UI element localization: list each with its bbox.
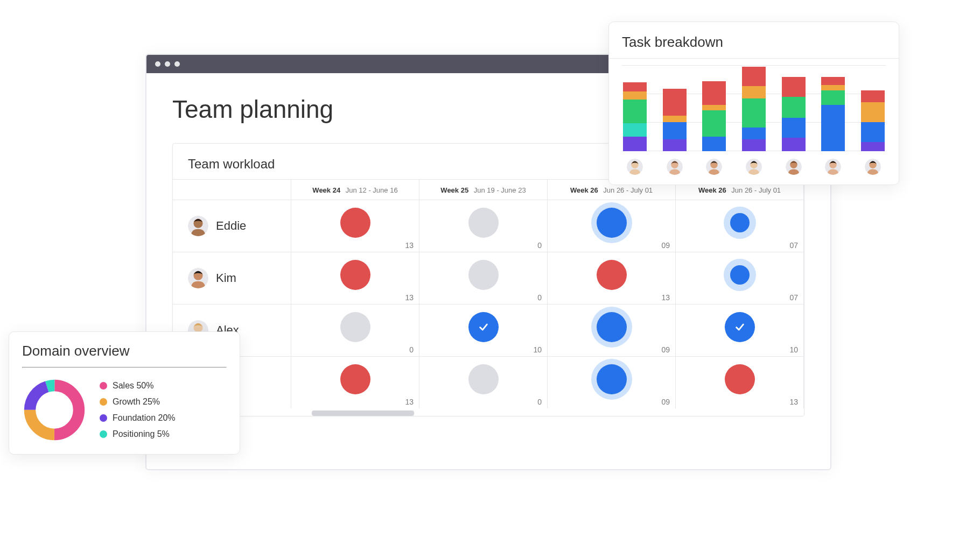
domain-overview-card: Domain overview Sales 50% Growth 25% Fou… <box>9 331 240 455</box>
avatar <box>188 216 208 236</box>
bar-segment <box>702 110 726 137</box>
bar-segment <box>623 123 647 137</box>
stacked-bar[interactable] <box>742 65 766 151</box>
bar-segment <box>742 139 766 151</box>
legend-label: Positioning 5% <box>113 429 170 439</box>
workload-cell[interactable]: 0 <box>419 356 548 408</box>
bar-segment <box>623 137 647 151</box>
bar-segment <box>702 105 726 110</box>
avatar <box>865 159 881 175</box>
legend-item[interactable]: Positioning 5% <box>100 429 176 439</box>
bar-segment <box>821 85 845 90</box>
workload-indicator <box>597 208 627 238</box>
workload-value: 0 <box>409 345 414 354</box>
bar-segment <box>861 90 885 102</box>
stacked-bar[interactable] <box>782 65 806 151</box>
workload-cell[interactable]: 07 <box>676 200 804 252</box>
task-breakdown-card: Task breakdown <box>608 22 899 185</box>
stage: Team planning Team workload Week 24 Jun … <box>0 0 980 538</box>
workload-indicator <box>468 312 499 342</box>
legend-label: Growth 25% <box>113 397 160 407</box>
workload-cell[interactable]: 0 <box>291 304 419 356</box>
workload-value: 09 <box>661 345 670 354</box>
workload-indicator <box>468 364 499 394</box>
workload-value: 13 <box>405 293 414 302</box>
stacked-bar[interactable] <box>663 65 687 151</box>
workload-value: 0 <box>537 241 542 250</box>
workload-cell[interactable]: 07 <box>676 252 804 304</box>
bar-segment <box>742 67 766 87</box>
stacked-bar[interactable] <box>702 65 726 151</box>
workload-cell[interactable]: 13 <box>548 252 676 304</box>
workload-value: 13 <box>405 398 414 406</box>
workload-value: 13 <box>789 398 798 406</box>
window-control-icon[interactable] <box>174 61 180 67</box>
week-column-head: Week 24 Jun 12 - June 16 <box>291 179 419 200</box>
workload-grid: Week 24 Jun 12 - June 16 Week 25 Jun 19 … <box>173 179 804 408</box>
workload-cell[interactable]: 0 <box>419 200 548 252</box>
workload-cell[interactable]: 13 <box>676 356 804 408</box>
domain-legend: Sales 50% Growth 25% Foundation 20% Posi… <box>100 381 176 439</box>
workload-indicator <box>340 208 370 238</box>
bar-segment <box>782 138 806 151</box>
week-range: Jun 19 - June 23 <box>474 186 526 194</box>
workload-indicator <box>340 260 370 290</box>
stacked-bar[interactable] <box>861 65 885 151</box>
bar-segment <box>702 81 726 105</box>
workload-indicator <box>730 265 750 285</box>
workload-cell[interactable]: 09 <box>548 200 676 252</box>
workload-indicator <box>340 364 370 394</box>
workload-cell[interactable]: 10 <box>419 304 548 356</box>
workload-value: 07 <box>789 241 798 250</box>
check-icon <box>478 321 489 333</box>
task-breakdown-title: Task breakdown <box>622 34 886 51</box>
bar-segment <box>623 82 647 91</box>
scrollbar-thumb[interactable] <box>312 410 414 416</box>
domain-donut-chart <box>22 378 87 442</box>
workload-value: 10 <box>789 345 798 354</box>
workload-value: 0 <box>537 293 542 302</box>
workload-cell[interactable]: 10 <box>676 304 804 356</box>
week-range: Jun 26 - July 01 <box>603 186 653 194</box>
legend-item[interactable]: Growth 25% <box>100 397 176 407</box>
bar-segment <box>861 142 885 151</box>
domain-overview-title: Domain overview <box>22 343 227 359</box>
member-name: Kim <box>216 271 236 285</box>
bar-segment <box>861 122 885 142</box>
bar-segment <box>702 137 726 151</box>
workload-cell[interactable]: 09 <box>548 304 676 356</box>
week-range: Jun 26 - July 01 <box>731 186 781 194</box>
workload-indicator <box>340 312 370 342</box>
workload-indicator <box>725 364 755 394</box>
workload-cell[interactable]: 13 <box>291 252 419 304</box>
workload-cell[interactable]: 13 <box>291 200 419 252</box>
name-column-head <box>173 179 291 200</box>
avatar <box>627 159 643 175</box>
bar-segment <box>782 118 806 138</box>
window-control-icon[interactable] <box>165 61 170 67</box>
avatar <box>746 159 762 175</box>
bar-segment <box>782 97 806 118</box>
workload-cell[interactable]: 0 <box>419 252 548 304</box>
stacked-bar[interactable] <box>623 65 647 151</box>
bar-segment <box>782 77 806 97</box>
legend-item[interactable]: Sales 50% <box>100 381 176 391</box>
workload-value: 13 <box>405 241 414 250</box>
legend-item[interactable]: Foundation 20% <box>100 413 176 423</box>
workload-indicator <box>597 312 627 342</box>
bar-segment <box>623 100 647 123</box>
bar-segment <box>663 89 687 115</box>
horizontal-scrollbar[interactable] <box>173 410 804 416</box>
bar-segment <box>742 98 766 128</box>
workload-cell[interactable]: 13 <box>291 356 419 408</box>
stacked-bar[interactable] <box>821 65 845 151</box>
workload-cell[interactable]: 09 <box>548 356 676 408</box>
week-range: Jun 12 - June 16 <box>346 186 398 194</box>
member-row-name[interactable]: Kim <box>173 252 291 304</box>
legend-label: Sales 50% <box>113 381 154 391</box>
window-control-icon[interactable] <box>155 61 160 67</box>
workload-indicator <box>597 364 627 394</box>
avatar <box>188 268 208 288</box>
member-row-name[interactable]: Eddie <box>173 200 291 252</box>
bar-segment <box>821 90 845 105</box>
